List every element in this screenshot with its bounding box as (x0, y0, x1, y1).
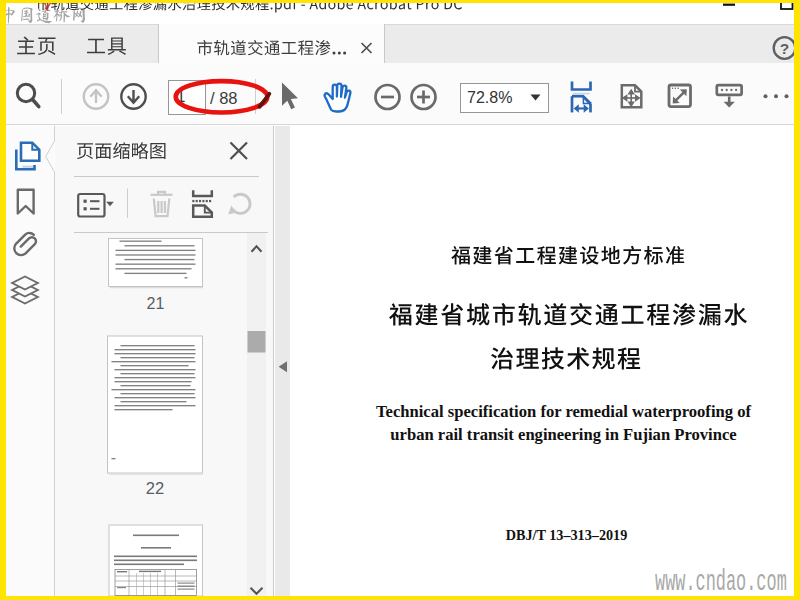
svg-text:?: ? (780, 40, 789, 57)
